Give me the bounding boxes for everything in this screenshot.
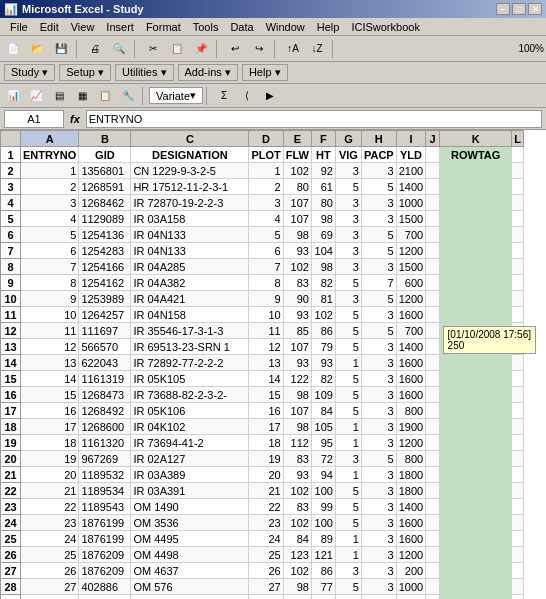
cell-K18[interactable] xyxy=(440,419,512,435)
cell-B25[interactable]: 1876199 xyxy=(79,531,131,547)
utilities-button[interactable]: Utilities ▾ xyxy=(115,64,174,81)
cell-B6[interactable]: 1254136 xyxy=(79,227,131,243)
cell-A21[interactable]: 20 xyxy=(21,467,79,483)
menu-file[interactable]: File xyxy=(4,20,34,34)
cell-K24[interactable] xyxy=(440,515,512,531)
cell-J21[interactable] xyxy=(426,467,440,483)
cell-D22[interactable]: 21 xyxy=(249,483,283,499)
tb2-btn8[interactable]: ▶ xyxy=(259,85,281,107)
cell-d1[interactable]: PLOT xyxy=(249,147,283,163)
cell-D16[interactable]: 15 xyxy=(249,387,283,403)
cell-G16[interactable]: 5 xyxy=(335,387,361,403)
cell-D28[interactable]: 27 xyxy=(249,579,283,595)
cell-F15[interactable]: 82 xyxy=(311,371,335,387)
cell-J11[interactable] xyxy=(426,307,440,323)
cell-K21[interactable] xyxy=(440,467,512,483)
cell-A28[interactable]: 27 xyxy=(21,579,79,595)
cell-I23[interactable]: 1400 xyxy=(396,499,425,515)
cell-A4[interactable]: 3 xyxy=(21,195,79,211)
cell-A26[interactable]: 25 xyxy=(21,547,79,563)
cell-E21[interactable]: 93 xyxy=(283,467,311,483)
save-button[interactable]: 💾 xyxy=(50,38,72,60)
cell-J13[interactable] xyxy=(426,339,440,355)
cell-B26[interactable]: 1876209 xyxy=(79,547,131,563)
cell-L10[interactable] xyxy=(512,291,524,307)
cell-c1[interactable]: DESIGNATION xyxy=(131,147,249,163)
cell-A17[interactable]: 16 xyxy=(21,403,79,419)
cell-E13[interactable]: 107 xyxy=(283,339,311,355)
cell-E6[interactable]: 98 xyxy=(283,227,311,243)
cell-G6[interactable]: 3 xyxy=(335,227,361,243)
cell-C23[interactable]: OM 1490 xyxy=(131,499,249,515)
cell-H2[interactable]: 3 xyxy=(361,163,396,179)
cell-E28[interactable]: 98 xyxy=(283,579,311,595)
cell-E3[interactable]: 80 xyxy=(283,179,311,195)
cell-H28[interactable]: 3 xyxy=(361,579,396,595)
cell-D25[interactable]: 24 xyxy=(249,531,283,547)
paste-button[interactable]: 📌 xyxy=(190,38,212,60)
cell-A19[interactable]: 18 xyxy=(21,435,79,451)
cell-L9[interactable] xyxy=(512,275,524,291)
cell-D17[interactable]: 16 xyxy=(249,403,283,419)
cell-C6[interactable]: IR 04N133 xyxy=(131,227,249,243)
cell-I26[interactable]: 1200 xyxy=(396,547,425,563)
cell-K6[interactable] xyxy=(440,227,512,243)
menu-view[interactable]: View xyxy=(65,20,101,34)
cell-D7[interactable]: 6 xyxy=(249,243,283,259)
cell-K7[interactable] xyxy=(440,243,512,259)
tb2-btn7[interactable]: ⟨ xyxy=(236,85,258,107)
new-button[interactable]: 📄 xyxy=(2,38,24,60)
cell-I27[interactable]: 200 xyxy=(396,563,425,579)
cell-J9[interactable] xyxy=(426,275,440,291)
cell-B10[interactable]: 1253989 xyxy=(79,291,131,307)
cell-C10[interactable]: IR 04A421 xyxy=(131,291,249,307)
cell-e1[interactable]: FLW xyxy=(283,147,311,163)
cell-H14[interactable]: 3 xyxy=(361,355,396,371)
col-header-j[interactable]: J xyxy=(426,131,440,147)
tb2-btn1[interactable]: 📊 xyxy=(2,85,24,107)
cell-h1[interactable]: PACP xyxy=(361,147,396,163)
cell-I17[interactable]: 800 xyxy=(396,403,425,419)
cell-H19[interactable]: 3 xyxy=(361,435,396,451)
open-button[interactable]: 📂 xyxy=(26,38,48,60)
cell-F3[interactable]: 61 xyxy=(311,179,335,195)
cell-L27[interactable] xyxy=(512,563,524,579)
cell-J17[interactable] xyxy=(426,403,440,419)
cell-J18[interactable] xyxy=(426,419,440,435)
cell-J10[interactable] xyxy=(426,291,440,307)
cell-H29[interactable]: 5 xyxy=(361,595,396,600)
col-header-a[interactable]: A xyxy=(21,131,79,147)
cell-C14[interactable]: IR 72892-77-2-2-2 xyxy=(131,355,249,371)
cell-H27[interactable]: 3 xyxy=(361,563,396,579)
cell-E14[interactable]: 93 xyxy=(283,355,311,371)
cell-A24[interactable]: 23 xyxy=(21,515,79,531)
cell-G23[interactable]: 5 xyxy=(335,499,361,515)
cell-C25[interactable]: OM 4495 xyxy=(131,531,249,547)
cell-I7[interactable]: 1200 xyxy=(396,243,425,259)
cell-E25[interactable]: 84 xyxy=(283,531,311,547)
cell-L7[interactable] xyxy=(512,243,524,259)
col-header-b[interactable]: B xyxy=(79,131,131,147)
cell-E11[interactable]: 93 xyxy=(283,307,311,323)
cell-A20[interactable]: 19 xyxy=(21,451,79,467)
cell-l1[interactable] xyxy=(512,147,524,163)
menu-format[interactable]: Format xyxy=(140,20,187,34)
cell-J26[interactable] xyxy=(426,547,440,563)
col-header-h[interactable]: H xyxy=(361,131,396,147)
cell-B21[interactable]: 1189532 xyxy=(79,467,131,483)
cell-C22[interactable]: IR 03A391 xyxy=(131,483,249,499)
cell-L15[interactable] xyxy=(512,371,524,387)
name-box[interactable] xyxy=(4,110,64,128)
cell-L19[interactable] xyxy=(512,435,524,451)
cell-E2[interactable]: 102 xyxy=(283,163,311,179)
cell-B14[interactable]: 622043 xyxy=(79,355,131,371)
cell-K19[interactable] xyxy=(440,435,512,451)
cell-A8[interactable]: 7 xyxy=(21,259,79,275)
cell-F21[interactable]: 94 xyxy=(311,467,335,483)
cell-A3[interactable]: 2 xyxy=(21,179,79,195)
cell-C17[interactable]: IR 05K106 xyxy=(131,403,249,419)
cell-C19[interactable]: IR 73694-41-2 xyxy=(131,435,249,451)
col-header-k[interactable]: K xyxy=(440,131,512,147)
cell-B18[interactable]: 1268600 xyxy=(79,419,131,435)
menu-edit[interactable]: Edit xyxy=(34,20,65,34)
